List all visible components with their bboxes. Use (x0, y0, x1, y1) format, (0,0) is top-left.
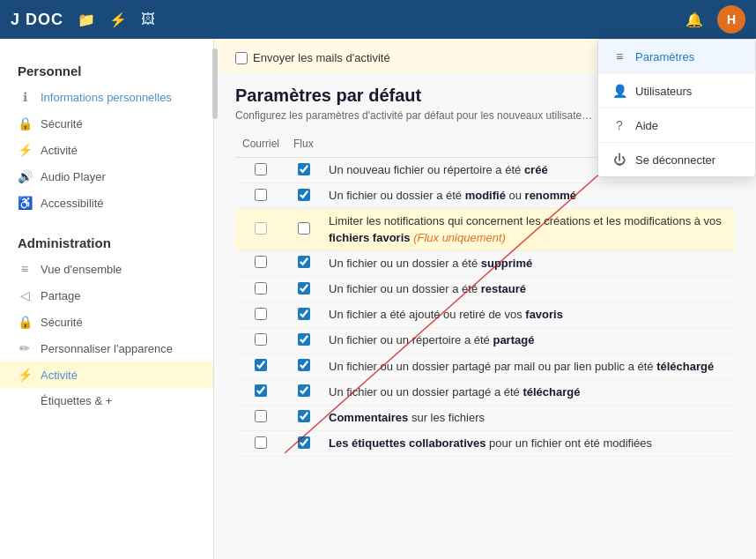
flux-checkbox-4[interactable] (298, 282, 310, 294)
aide-icon: ? (612, 118, 626, 132)
image-icon[interactable]: 🖼 (141, 11, 155, 27)
sidebar-label-securite: Sécurité (41, 117, 83, 130)
flux-checkbox-3[interactable] (298, 256, 310, 268)
email-label[interactable]: Envoyer les mails d'activité (235, 51, 390, 64)
folder-icon[interactable]: 📁 (78, 11, 95, 28)
dropdown-item-parametres[interactable]: ≡ Paramètres (598, 40, 755, 74)
email-label-text: Envoyer les mails d'activité (253, 51, 390, 64)
courriel-checkbox-2[interactable] (255, 222, 267, 235)
dropdown-item-aide[interactable]: ? Aide (598, 108, 755, 143)
sidebar-item-etiquettes[interactable]: Étiquettes & + (0, 388, 213, 414)
sidebar-item-activite[interactable]: ⚡ Activité (0, 137, 213, 163)
lock-icon: 🔒 (18, 116, 32, 130)
sidebar-label-vue-ensemble: Vue d'ensemble (41, 263, 122, 276)
table-row: Un fichier ou dossier a été modifié ou r… (235, 183, 735, 209)
table-row: Un fichier a été ajouté ou retiré de vos… (235, 302, 735, 328)
dropdown-label-deconnecter: Se déconnecter (635, 153, 715, 167)
speaker-icon: 🔊 (18, 169, 32, 183)
courriel-checkbox-5[interactable] (255, 308, 267, 320)
utilisateurs-icon: 👤 (612, 84, 626, 98)
sidebar-item-vue-ensemble[interactable]: ≡ Vue d'ensemble (0, 256, 213, 282)
info-icon: ℹ (18, 90, 32, 104)
flux-checkbox-6[interactable] (298, 333, 310, 346)
courriel-checkbox-8[interactable] (255, 384, 267, 397)
user-avatar[interactable]: H (717, 5, 745, 34)
sidebar-item-accessibilite[interactable]: ♿ Accessibilité (0, 190, 213, 216)
sidebar-item-info-perso[interactable]: ℹ Informations personnelles (0, 84, 213, 110)
dropdown-label-utilisateurs: Utilisateurs (635, 85, 692, 98)
table-row: Un fichier ou un dossier partagé par mai… (235, 354, 735, 379)
lock-admin-icon: 🔒 (18, 315, 32, 329)
courriel-checkbox-6[interactable] (255, 333, 267, 346)
table-row: Un fichier ou un dossier a été supprimé (235, 250, 735, 276)
sidebar-label-partage: Partage (41, 289, 81, 302)
parametres-icon: ≡ (612, 49, 626, 63)
sidebar-label-audio-player: Audio Player (41, 170, 106, 183)
sidebar-item-securite[interactable]: 🔒 Sécurité (0, 110, 213, 137)
dropdown-label-aide: Aide (635, 119, 658, 132)
section-title-admin: Administration (0, 225, 213, 256)
flux-checkbox-5[interactable] (298, 308, 310, 320)
table-row: Commentaires sur les fichiers (235, 405, 735, 430)
flux-checkbox-2[interactable] (298, 222, 310, 235)
lightning-sidebar-icon: ⚡ (18, 143, 32, 157)
sidebar-label-activite-admin: Activité (41, 369, 78, 382)
sidebar-label-activite: Activité (41, 144, 78, 157)
deconnecter-icon: ⏻ (612, 153, 626, 167)
table-row: Les étiquettes collaboratives pour un fi… (235, 431, 735, 457)
sidebar-label-personnaliser: Personnaliser l'apparence (41, 342, 173, 355)
courriel-checkbox-3[interactable] (255, 256, 267, 268)
section-title-personnel: Personnel (0, 53, 213, 84)
sidebar-label-securite-admin: Sécurité (41, 316, 83, 329)
sidebar-label-info-perso: Informations personnelles (41, 91, 172, 104)
flux-checkbox-10[interactable] (298, 436, 310, 449)
dropdown-label-parametres: Paramètres (635, 50, 694, 63)
table-row: Un fichier ou un dossier a été restauré (235, 276, 735, 302)
bell-icon[interactable]: 🔔 (686, 11, 703, 28)
col-flux-header: Flux (286, 134, 322, 158)
topbar: J DOC 📁 ⚡ 🖼 🔔 H ≡ Paramètres 👤 Utilisate… (0, 0, 756, 39)
sidebar: Personnel ℹ Informations personnelles 🔒 … (0, 39, 214, 559)
lightning-admin-icon: ⚡ (18, 368, 32, 382)
sidebar-label-etiquettes: Étiquettes & + (41, 394, 112, 407)
flux-checkbox-7[interactable] (298, 359, 310, 371)
user-dropdown-menu: ≡ Paramètres 👤 Utilisateurs ? Aide ⏻ Se … (597, 39, 756, 177)
table-row: Un fichier ou un dossier partagé a été t… (235, 379, 735, 405)
flux-checkbox-1[interactable] (298, 189, 310, 201)
flux-checkbox-9[interactable] (298, 410, 310, 422)
lightning-icon[interactable]: ⚡ (109, 11, 127, 28)
table-row: Un fichier ou un répertoire a été partag… (235, 328, 735, 354)
dropdown-item-utilisateurs[interactable]: 👤 Utilisateurs (598, 74, 755, 108)
courriel-checkbox-0[interactable] (255, 163, 267, 175)
sidebar-item-securite-admin[interactable]: 🔒 Sécurité (0, 309, 213, 335)
flux-checkbox-0[interactable] (298, 163, 310, 175)
share-icon: ◁ (18, 288, 32, 302)
sidebar-item-activite-admin[interactable]: ⚡ Activité (0, 361, 213, 388)
sidebar-label-accessibilite: Accessibilité (41, 197, 104, 210)
sidebar-item-audio-player[interactable]: 🔊 Audio Player (0, 163, 213, 190)
courriel-checkbox-1[interactable] (255, 189, 267, 201)
pen-icon: ✏ (18, 341, 32, 355)
notification-table: Courriel Flux Un nouveau fichier ou répe… (235, 134, 735, 457)
email-checkbox[interactable] (235, 52, 248, 64)
sidebar-item-personnaliser[interactable]: ✏ Personnaliser l'apparence (0, 335, 213, 361)
overview-icon: ≡ (18, 262, 32, 276)
col-courriel-header: Courriel (235, 134, 286, 158)
courriel-checkbox-7[interactable] (255, 359, 267, 371)
flux-checkbox-8[interactable] (298, 384, 310, 397)
sidebar-item-partage[interactable]: ◁ Partage (0, 282, 213, 309)
table-row: Limiter les notifications qui concernent… (235, 209, 735, 250)
courriel-checkbox-4[interactable] (255, 282, 267, 294)
dropdown-item-deconnecter[interactable]: ⏻ Se déconnecter (598, 143, 755, 176)
courriel-checkbox-10[interactable] (255, 436, 267, 449)
courriel-checkbox-9[interactable] (255, 410, 267, 422)
accessibility-icon: ♿ (18, 196, 32, 210)
app-logo: J DOC (11, 11, 63, 29)
